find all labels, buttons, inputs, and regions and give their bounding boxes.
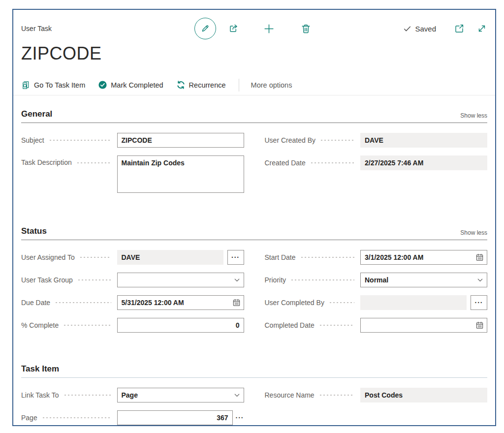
field-task-description: Task Description Maintain Zip Codes [21, 155, 244, 195]
chevron-down-icon[interactable] [233, 392, 241, 399]
task-item-right-column: Resource Name Post Codes [265, 388, 488, 410]
user-completed-by-assist-button[interactable]: ··· [471, 295, 487, 310]
page-assist-ellipsis[interactable]: ··· [236, 414, 244, 422]
completed-date-label: Completed Date [265, 321, 315, 329]
status-left-column: User Assigned To DAVE ··· User Task Grou… [21, 250, 244, 340]
completed-date-input[interactable] [360, 318, 487, 333]
open-in-window-button[interactable] [454, 23, 465, 34]
dotted-leader [42, 417, 111, 419]
saved-label: Saved [415, 25, 436, 33]
share-button[interactable] [228, 23, 240, 34]
trash-icon [300, 23, 312, 34]
field-user-task-group: User Task Group [21, 273, 244, 287]
edit-pencil-button[interactable] [194, 18, 216, 39]
calendar-icon[interactable] [475, 253, 484, 262]
section-status: Status Show less User Assigned To DAVE ·… [21, 226, 487, 340]
resource-name-value: Post Codes [360, 388, 487, 402]
field-user-completed-by: User Completed By ··· [265, 295, 488, 310]
dotted-leader [55, 302, 111, 304]
action-bar: Go To Task Item Mark Completed Recur [13, 75, 495, 95]
field-resource-name: Resource Name Post Codes [265, 388, 488, 402]
chevron-down-icon[interactable] [233, 277, 241, 284]
general-right-column: User Created By DAVE Created Date 2/27/2… [265, 133, 488, 178]
created-date-value: 2/27/2025 7:46 AM [360, 155, 487, 170]
saved-check-icon [403, 25, 411, 33]
field-created-date: Created Date 2/27/2025 7:46 AM [265, 155, 488, 170]
dotted-leader [320, 139, 354, 141]
mark-completed-icon [98, 80, 107, 90]
dotted-leader [310, 162, 354, 164]
share-icon [228, 23, 240, 34]
status-right-column: Start Date [265, 250, 488, 340]
dotted-leader [329, 302, 354, 304]
go-to-task-item-button[interactable]: Go To Task Item [21, 80, 85, 90]
recurrence-icon [176, 80, 186, 90]
dotted-leader [49, 139, 111, 141]
dotted-leader [77, 279, 111, 281]
link-task-to-combobox[interactable] [117, 388, 244, 402]
field-user-assigned-to: User Assigned To DAVE ··· [21, 250, 244, 265]
link-task-to-label: Link Task To [21, 391, 59, 399]
calendar-icon[interactable] [475, 321, 484, 330]
field-start-date: Start Date [265, 250, 488, 265]
plus-icon [263, 23, 275, 34]
subject-input[interactable] [117, 133, 244, 148]
resource-name-label: Resource Name [265, 391, 315, 399]
section-general: General Show less Subject Task Descripti… [21, 109, 487, 203]
dotted-leader [79, 256, 111, 258]
due-date-input[interactable] [117, 295, 244, 310]
subject-label: Subject [21, 136, 44, 144]
dotted-leader [300, 256, 354, 258]
dotted-leader [63, 394, 111, 396]
dotted-leader [290, 279, 354, 281]
priority-combobox[interactable] [360, 273, 487, 287]
start-date-label: Start Date [265, 253, 296, 261]
recurrence-button[interactable]: Recurrence [176, 80, 226, 90]
page-header: User Task [13, 10, 495, 71]
mark-completed-label: Mark Completed [111, 81, 163, 89]
action-bar-divider [239, 79, 239, 92]
field-user-created-by: User Created By DAVE [265, 133, 488, 148]
new-record-button[interactable] [263, 23, 275, 34]
user-task-card-window: User Task [12, 9, 496, 426]
user-task-group-combobox[interactable] [117, 273, 244, 287]
page-number-input[interactable] [117, 410, 233, 425]
more-options-button[interactable]: More options [251, 81, 292, 89]
task-item-left-column: Link Task To Page [21, 388, 244, 426]
dotted-leader [319, 394, 354, 396]
field-link-task-to: Link Task To [21, 388, 244, 402]
resize-diagonal-icon [476, 23, 487, 34]
calendar-icon[interactable] [232, 299, 241, 307]
created-date-label: Created Date [265, 159, 306, 167]
general-section-title: General [21, 109, 52, 119]
resize-button[interactable] [476, 23, 487, 34]
user-assigned-to-assist-button[interactable]: ··· [227, 250, 244, 265]
general-left-column: Subject Task Description Maintain Zip Co… [21, 133, 244, 203]
open-in-window-icon [454, 23, 465, 34]
more-options-label: More options [251, 81, 292, 89]
start-date-input[interactable] [360, 250, 487, 265]
page-caption: User Task [21, 25, 194, 32]
user-created-by-label: User Created By [265, 136, 315, 144]
field-percent-complete: % Complete [21, 318, 244, 333]
status-show-less-link[interactable]: Show less [460, 229, 487, 236]
user-created-by-value: DAVE [360, 133, 487, 148]
field-due-date: Due Date [21, 295, 244, 310]
task-item-section-title: Task Item [21, 364, 59, 374]
field-completed-date: Completed Date [265, 318, 488, 333]
due-date-label: Due Date [21, 299, 50, 307]
task-description-textarea[interactable]: Maintain Zip Codes [117, 155, 244, 193]
chevron-down-icon[interactable] [476, 277, 484, 284]
edit-pencil-icon [200, 24, 210, 33]
delete-button[interactable] [300, 23, 312, 34]
percent-complete-input[interactable] [117, 318, 244, 333]
task-description-label: Task Description [21, 158, 72, 166]
page-title: ZIPCODE [21, 43, 487, 71]
dotted-leader [319, 324, 354, 326]
field-priority: Priority [265, 273, 488, 287]
dotted-leader [76, 162, 111, 164]
recurrence-label: Recurrence [189, 81, 226, 89]
mark-completed-button[interactable]: Mark Completed [98, 80, 163, 90]
field-page: Page ··· [21, 410, 244, 425]
general-show-less-link[interactable]: Show less [460, 112, 487, 119]
